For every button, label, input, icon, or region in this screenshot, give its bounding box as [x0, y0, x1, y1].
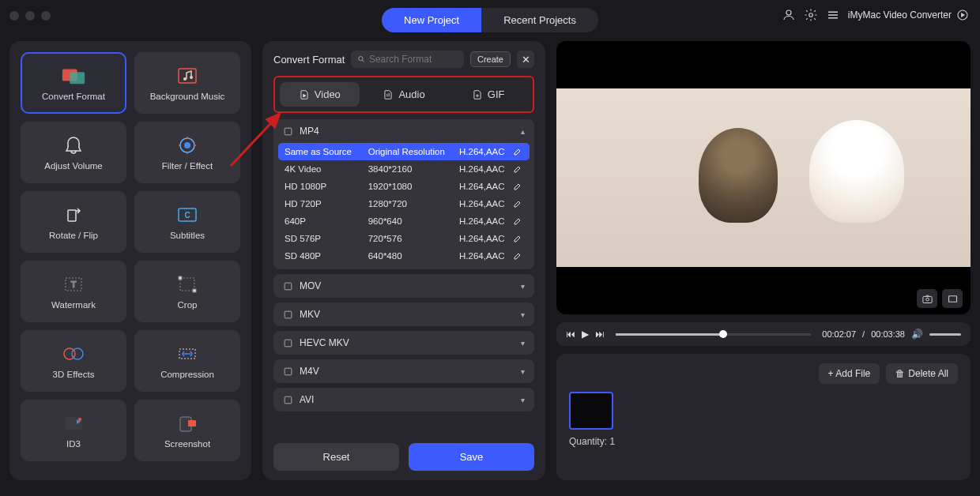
tool-music[interactable]: Background Music	[134, 52, 240, 114]
preset-row[interactable]: HD 1080P1920*1080H.264,AAC	[278, 178, 530, 195]
crop-icon	[175, 273, 200, 295]
search-format[interactable]	[351, 51, 464, 68]
tab-audio[interactable]: Audio	[364, 82, 444, 107]
svg-text:T: T	[71, 280, 77, 289]
tool-label: Subtitles	[170, 231, 205, 240]
svg-rect-29	[285, 311, 292, 318]
tool-label: Filter / Effect	[162, 161, 213, 171]
format-header[interactable]: AVI▾	[273, 388, 534, 411]
tool-label: Compression	[160, 370, 214, 379]
play-button[interactable]: ▶	[582, 329, 589, 340]
subtitles-icon: C	[175, 204, 200, 226]
volume-icon[interactable]: 🔊	[911, 329, 923, 340]
tab-recent-projects[interactable]: Recent Projects	[481, 8, 598, 32]
svg-rect-31	[285, 368, 292, 375]
create-button[interactable]: Create	[470, 51, 511, 67]
svg-rect-17	[193, 289, 196, 292]
compress-icon	[175, 343, 200, 365]
preset-row[interactable]: Same as SourceOriginal ResolutionH.264,A…	[278, 143, 530, 160]
tool-convert[interactable]: Convert Format	[21, 52, 126, 114]
tab-video[interactable]: Video	[280, 82, 360, 107]
tool-filter[interactable]: Filter / Effect	[134, 122, 240, 183]
svg-point-9	[184, 142, 190, 148]
preset-row[interactable]: HD 720P1280*720H.264,AAC	[278, 195, 530, 212]
time-sep: /	[862, 329, 865, 339]
tab-gif[interactable]: GIF	[448, 82, 528, 107]
format-header[interactable]: MKV▾	[273, 302, 534, 326]
player-controls: ⏮ ▶ ⏭ 00:02:07 / 00:03:38 🔊	[556, 322, 971, 346]
seek-bar[interactable]	[616, 333, 811, 336]
add-file-button[interactable]: + Add File	[819, 363, 880, 384]
music-icon	[175, 65, 200, 87]
svg-rect-5	[179, 69, 196, 83]
svg-point-22	[78, 418, 81, 421]
tool-id3[interactable]: ID3	[21, 400, 126, 461]
edit-icon[interactable]	[513, 199, 523, 209]
fullscreen-icon[interactable]	[942, 289, 963, 308]
settings-icon[interactable]	[804, 8, 818, 22]
svg-point-34	[925, 298, 929, 301]
format-type-tabs-highlight: Video Audio GIF	[273, 76, 534, 113]
convert-icon	[61, 65, 86, 87]
svg-rect-32	[285, 396, 292, 404]
format-header[interactable]: HEVC MKV▾	[273, 331, 534, 355]
format-header[interactable]: M4V▾	[273, 359, 534, 383]
file-thumbnail[interactable]	[569, 392, 613, 430]
tool-screenshot[interactable]: Screenshot	[134, 400, 240, 461]
preset-row[interactable]: SD 480P640*480H.264,AAC	[278, 247, 530, 265]
svg-rect-16	[179, 276, 182, 280]
account-icon[interactable]	[782, 8, 796, 22]
svg-rect-24	[188, 420, 196, 426]
svg-rect-27	[285, 128, 292, 135]
reset-button[interactable]: Reset	[273, 443, 399, 471]
tool-compress[interactable]: Compression	[134, 330, 240, 392]
chevron-down-icon: ▾	[521, 367, 525, 376]
tab-new-project[interactable]: New Project	[382, 8, 481, 32]
save-button[interactable]: Save	[409, 443, 534, 471]
video-preview	[556, 41, 971, 314]
preset-row[interactable]: 640P960*640H.264,AAC	[278, 212, 530, 230]
volume-slider[interactable]	[929, 333, 961, 336]
id3-icon	[61, 412, 86, 434]
svg-point-0	[786, 10, 791, 15]
delete-all-button[interactable]: 🗑Delete All	[886, 363, 958, 384]
screenshot-icon	[175, 412, 200, 434]
tool-watermark[interactable]: TWatermark	[21, 261, 126, 322]
chevron-down-icon: ▾	[521, 339, 525, 348]
window-controls[interactable]	[9, 11, 51, 21]
tool-label: Background Music	[150, 92, 225, 101]
project-tabs: New Project Recent Projects	[382, 8, 598, 32]
snapshot-icon[interactable]	[917, 289, 937, 308]
edit-icon[interactable]	[513, 251, 523, 261]
tool-volume[interactable]: Adjust Volume	[21, 122, 126, 183]
time-total: 00:03:38	[871, 329, 905, 339]
edit-icon[interactable]	[513, 182, 523, 191]
menu-icon[interactable]	[826, 8, 840, 22]
svg-rect-30	[285, 340, 292, 347]
chevron-down-icon: ▾	[521, 396, 525, 404]
watermark-icon: T	[61, 273, 86, 295]
app-name: iMyMac Video Converter	[848, 9, 969, 21]
edit-icon[interactable]	[513, 164, 523, 174]
search-input[interactable]	[369, 54, 458, 65]
format-mov: MOV▾	[273, 274, 534, 298]
tool-3d[interactable]: 3D Effects	[21, 330, 126, 392]
tool-subtitles[interactable]: CSubtitles	[134, 191, 240, 253]
format-avi: AVI▾	[273, 388, 534, 411]
svg-rect-28	[285, 283, 292, 290]
close-button[interactable]: ✕	[517, 51, 534, 68]
prev-button[interactable]: ⏮	[566, 329, 575, 340]
svg-point-7	[190, 76, 193, 79]
edit-icon[interactable]	[513, 234, 523, 243]
tool-crop[interactable]: Crop	[134, 261, 240, 322]
format-header[interactable]: MOV▾	[273, 274, 534, 298]
edit-icon[interactable]	[513, 216, 523, 226]
tool-rotate[interactable]: Rotate / Flip	[21, 191, 126, 253]
svg-point-1	[809, 13, 813, 17]
edit-icon[interactable]	[513, 147, 523, 156]
svg-rect-33	[922, 296, 931, 302]
next-button[interactable]: ⏭	[595, 329, 605, 340]
format-header[interactable]: MP4▴	[273, 119, 534, 143]
preset-row[interactable]: SD 576P720*576H.264,AAC	[278, 230, 530, 247]
preset-row[interactable]: 4K Video3840*2160H.264,AAC	[278, 160, 530, 178]
